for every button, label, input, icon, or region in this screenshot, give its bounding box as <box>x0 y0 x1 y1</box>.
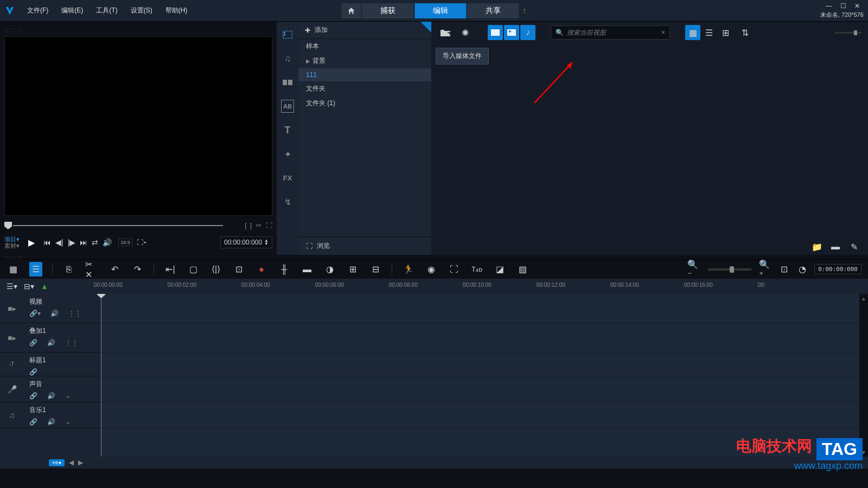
link-icon[interactable]: 🔗 <box>29 392 37 400</box>
mark-out-icon[interactable]: ] <box>250 222 252 229</box>
home-button[interactable] <box>342 3 361 18</box>
storyboard-view-button[interactable]: ▦ <box>7 264 20 274</box>
vertical-scrollbar[interactable]: ▲ ▼ <box>859 294 868 457</box>
redo-button[interactable]: ↷ <box>131 264 144 274</box>
tab-capture[interactable]: 捕获 <box>362 3 414 18</box>
track-options-button[interactable]: ☰▾ <box>7 282 17 291</box>
track-header-music[interactable]: ♫ 音乐1🔗🔊⌄ <box>0 402 101 428</box>
link-icon[interactable]: 🔗▾ <box>29 310 41 317</box>
minimize-button[interactable]: — <box>822 2 835 10</box>
view-list-button[interactable]: ☰ <box>701 25 717 40</box>
sound-icon[interactable]: 🔊 <box>50 310 59 317</box>
link-icon[interactable]: 🔗 <box>29 368 37 376</box>
import-media-button[interactable]: + <box>438 25 453 40</box>
battery-icon[interactable]: ▬ <box>828 239 843 254</box>
enable-all-button[interactable]: ▲ <box>41 282 48 291</box>
browse-button[interactable]: ⛶ 浏览 <box>298 236 431 255</box>
menu-settings[interactable]: 设置(S) <box>125 4 158 17</box>
tab-edit[interactable]: 编辑 <box>415 3 467 18</box>
split-button[interactable]: ⟨|⟩ <box>209 264 222 274</box>
menu-file[interactable]: 文件(F) <box>22 4 54 17</box>
undo-button[interactable]: ↶ <box>108 264 121 274</box>
filter-audio-button[interactable]: ♪ <box>520 25 535 40</box>
fit-button[interactable]: ⊡ <box>777 264 790 274</box>
folder-item[interactable]: ▶背景 <box>298 54 431 68</box>
folder-item[interactable]: 文件夹 <box>298 81 431 96</box>
cut-icon[interactable]: ✂ <box>256 222 261 229</box>
tracks-content[interactable] <box>101 294 868 457</box>
preview-scrubber[interactable]: [] ✂ ⛶ <box>4 220 272 231</box>
audio-tab-icon[interactable]: ♫ <box>281 52 294 65</box>
time-ruler[interactable]: 00:00:00:00 00:00:02:00 00:00:04:00 00:0… <box>94 279 868 294</box>
add-track-badge[interactable]: +≡▾ <box>49 459 65 466</box>
filter-image-button[interactable] <box>504 25 519 40</box>
fullscreen-button[interactable]: ⛶▾ <box>137 239 146 246</box>
tab-share[interactable]: 共享 <box>468 3 519 18</box>
motion-button[interactable]: 🏃 <box>402 264 415 274</box>
link-icon[interactable]: 🔗 <box>29 418 37 426</box>
edit-icon[interactable]: ✎ <box>846 239 861 254</box>
filter-video-button[interactable] <box>488 25 503 40</box>
capture-button[interactable]: ✺ <box>457 25 473 40</box>
pan-zoom-button[interactable]: ⊡ <box>232 264 245 274</box>
chapter-button[interactable]: ▬ <box>301 265 314 274</box>
upload-icon[interactable]: ↑ <box>522 6 527 16</box>
mark-in-button[interactable]: ⇤| <box>164 264 177 274</box>
effects-button[interactable]: ▨ <box>516 264 529 274</box>
menu-help[interactable]: 帮助(H) <box>160 4 193 17</box>
prev-frame-button[interactable]: ◀| <box>55 238 63 247</box>
folder-item[interactable]: 111 <box>298 68 431 81</box>
panel-grip[interactable]: ::::::: <box>279 24 297 32</box>
play-button[interactable]: ▶ <box>24 235 39 250</box>
menu-tools[interactable]: 工具(T) <box>91 4 123 17</box>
track-header-video[interactable]: ■▸ 视频🔗▾🔊⋮⋮ <box>0 294 101 323</box>
clear-search-icon[interactable]: × <box>661 29 665 36</box>
graphics-tab-icon[interactable]: ✦ <box>281 147 294 160</box>
search-input[interactable] <box>567 29 658 36</box>
sound-icon[interactable]: 🔊 <box>47 392 55 400</box>
folder-view-icon[interactable]: 📁 <box>809 239 825 254</box>
zoom-slider[interactable] <box>708 268 751 271</box>
scrubber-handle[interactable] <box>4 222 12 229</box>
search-box[interactable]: 🔍 × <box>551 25 670 40</box>
folder-item[interactable]: 文件夹 (1) <box>298 96 431 111</box>
copy-button[interactable]: ⎘ <box>62 265 75 274</box>
preview-screen[interactable] <box>4 36 272 216</box>
crop-button[interactable]: ▢ <box>187 264 200 274</box>
folder-item[interactable]: 样本 <box>298 39 431 54</box>
timeline-timecode[interactable]: 0:00:00:000 <box>814 264 861 274</box>
expand-icon[interactable]: ⌄ <box>65 392 71 400</box>
view-grid-button[interactable]: ⊞ <box>718 25 733 40</box>
view-thumbnails-button[interactable]: ▦ <box>685 25 700 40</box>
expand-icon[interactable]: ⌄ <box>65 418 71 426</box>
scroll-left-icon[interactable]: ◀ <box>69 459 74 466</box>
title-tab-icon[interactable]: AB <box>281 100 294 113</box>
pin-icon[interactable] <box>420 22 431 33</box>
transition-tab-icon[interactable] <box>281 76 294 89</box>
track-header-voice[interactable]: 🎤 声音🔗🔊⌄ <box>0 376 101 402</box>
track-header-title[interactable]: ᵢT 标题1🔗 <box>0 352 101 376</box>
next-frame-button[interactable]: |▶ <box>68 238 76 247</box>
mark-in-icon[interactable]: [ <box>245 222 246 229</box>
grid-icon[interactable]: ⋮⋮ <box>68 310 81 317</box>
3d-title-button[interactable]: T₃ᴅ <box>470 266 483 273</box>
sound-icon[interactable]: 🔊 <box>47 418 55 426</box>
track-header-overlay[interactable]: ■▸ 叠加1🔗🔊⋮⋮ <box>0 323 101 352</box>
mask-button[interactable]: ⛶ <box>448 265 461 274</box>
zoom-in-button[interactable]: 🔍⁺ <box>759 259 772 280</box>
grid-icon[interactable]: ⋮⋮ <box>65 339 78 346</box>
scroll-right-icon[interactable]: ▶ <box>78 459 83 466</box>
goto-end-button[interactable]: ⏭ <box>80 238 87 247</box>
tools-button[interactable]: ✂✕ <box>85 259 98 280</box>
aspect-ratio[interactable]: 16:9 <box>118 239 132 246</box>
text-tab-icon[interactable]: T <box>281 124 294 137</box>
maximize-button[interactable]: ☐ <box>837 2 850 10</box>
close-button[interactable]: ✕ <box>851 2 864 10</box>
path-tab-icon[interactable]: ↯ <box>281 195 294 208</box>
project-mode-label[interactable]: 项目▾ <box>4 236 20 242</box>
add-folder-button[interactable]: ✚ 添加 <box>298 22 431 39</box>
link-icon[interactable]: 🔗 <box>29 339 37 346</box>
panel-grip[interactable]: ::::::: <box>4 26 272 34</box>
track-manager-button[interactable]: ⊟▾ <box>24 282 34 291</box>
sound-icon[interactable]: 🔊 <box>47 339 55 346</box>
